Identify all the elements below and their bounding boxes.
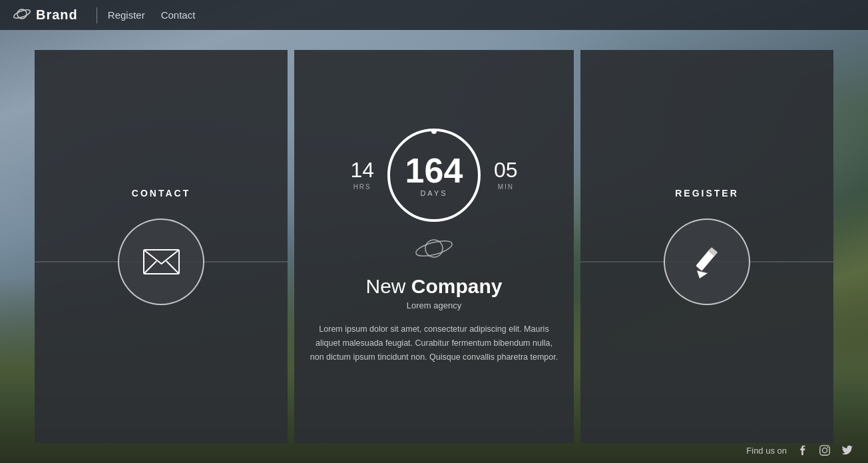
company-description: Lorem ipsum dolor sit amet, consectetur … [294, 322, 574, 365]
days-value: 164 [405, 153, 463, 188]
envelope-icon [143, 249, 180, 274]
brand-area: Brand [13, 5, 78, 25]
svg-point-12 [822, 448, 827, 452]
svg-point-6 [415, 238, 454, 259]
pencil-icon [690, 245, 724, 278]
svg-point-1 [13, 8, 31, 19]
main-container: CONTACT 14 HRS 164 DAYS [0, 30, 868, 463]
brand-name: Brand [36, 7, 78, 23]
register-icon-wrapper [580, 219, 833, 305]
minutes-label: MIN [494, 183, 518, 191]
svg-point-13 [827, 447, 829, 448]
facebook-icon[interactable] [795, 443, 809, 458]
hours-display: 14 HRS [350, 159, 374, 191]
days-circle: 164 DAYS [387, 129, 481, 222]
nav-register-link[interactable]: Register [108, 9, 145, 21]
minutes-display: 05 MIN [494, 159, 518, 191]
navbar: Brand Register Contact [0, 0, 868, 30]
company-subtitle: Lorem agency [407, 300, 461, 310]
nav-divider [97, 7, 97, 23]
register-panel-title: REGISTER [675, 188, 739, 199]
svg-line-3 [144, 261, 156, 274]
days-label: DAYS [420, 189, 447, 197]
planet-logo-icon [13, 5, 31, 25]
company-name: New Company [365, 275, 502, 298]
register-panel: REGISTER [580, 50, 833, 443]
contact-icon-circle[interactable] [118, 219, 204, 305]
countdown-area: 14 HRS 164 DAYS 05 MIN [350, 129, 517, 222]
twitter-icon[interactable] [840, 443, 855, 458]
center-planet-icon [414, 235, 454, 264]
hours-label: HRS [350, 183, 374, 191]
svg-line-4 [166, 261, 179, 274]
footer-social: Find us on [746, 443, 855, 458]
minutes-value: 05 [494, 159, 518, 181]
register-icon-circle[interactable] [664, 219, 750, 305]
instagram-icon[interactable] [817, 443, 832, 458]
find-us-label: Find us on [746, 446, 787, 456]
hours-value: 14 [350, 159, 374, 181]
contact-panel-title: CONTACT [132, 188, 190, 199]
nav-contact-link[interactable]: Contact [161, 9, 196, 21]
contact-panel: CONTACT [35, 50, 288, 443]
contact-icon-wrapper [35, 219, 288, 305]
center-panel: 14 HRS 164 DAYS 05 MIN New Company Lorem… [294, 50, 574, 443]
